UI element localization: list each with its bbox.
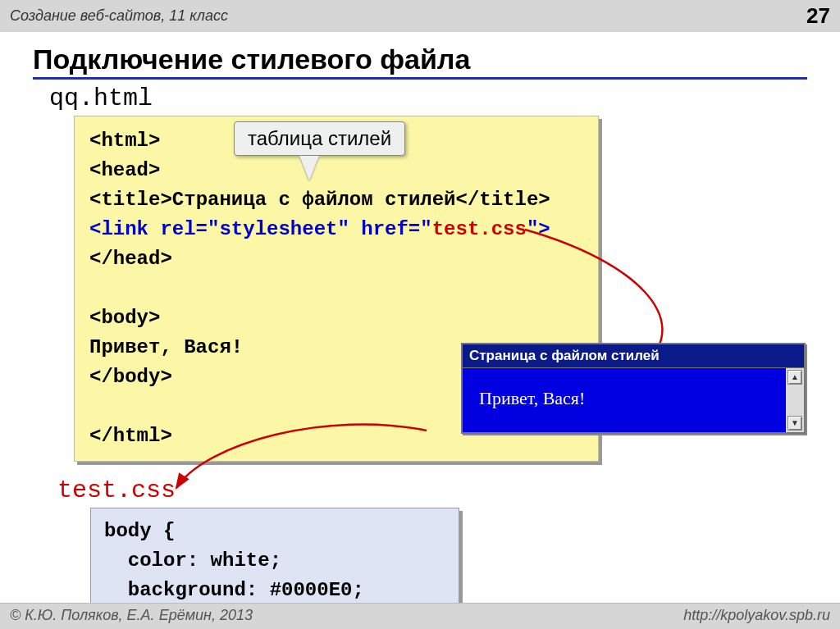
browser-preview: Страница с файлом стилей Привет, Вася! ▲… [461,343,806,434]
code-text: Страница с файлом стилей [172,189,456,211]
slide-footer: © К.Ю. Поляков, Е.А. Ерёмин, 2013 http:/… [0,603,840,629]
slide-header: Создание веб-сайтов, 11 класс 27 [0,0,840,32]
browser-titlebar: Страница с файлом стилей [463,344,804,367]
code-href-value: test.css [432,218,527,240]
code-line: </head> [89,248,172,270]
footer-url: http://kpolyakov.spb.ru [683,607,830,624]
code-line: body { [104,520,175,542]
code-line: </html> [89,425,172,447]
scroll-up-icon[interactable]: ▲ [788,370,802,385]
code-link-close: "> [527,218,550,240]
callout-tail-icon [299,156,319,180]
page-number: 27 [806,3,830,29]
copyright-label: © К.Ю. Поляков, Е.А. Ерёмин, 2013 [10,607,253,624]
code-text: Привет, Вася! [89,336,243,358]
code-link-tag: <link rel="stylesheet" href=" [89,218,432,240]
code-line: background: #0000E0; [104,579,364,601]
scrollbar[interactable]: ▲ ▼ [786,368,804,432]
code-line: <html> [89,130,160,152]
slide-title: Подключение стилевого файла [33,43,807,80]
callout-stylesheet: таблица стилей [234,121,405,180]
course-label: Создание веб-сайтов, 11 класс [10,7,228,25]
callout-label: таблица стилей [234,121,405,156]
code-line: </body> [89,366,172,388]
browser-body: Привет, Вася! [463,368,786,432]
filename-css: test.css [57,476,807,504]
code-line: <body> [89,307,160,329]
code-line: <title> [89,189,172,211]
code-line: <head> [89,159,160,181]
scroll-down-icon[interactable]: ▼ [788,416,802,431]
code-line: color: white; [104,549,281,572]
filename-html: qq.html [49,84,807,112]
code-line: </title> [455,189,550,211]
